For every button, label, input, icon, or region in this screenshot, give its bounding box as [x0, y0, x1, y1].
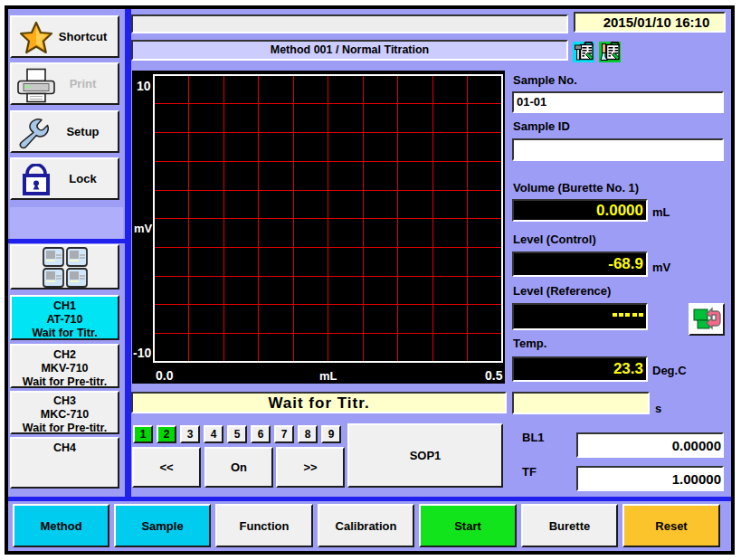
svg-text:-10: -10 — [133, 346, 151, 360]
svg-text:mL: mL — [319, 369, 337, 383]
svg-text:0.0: 0.0 — [156, 368, 174, 383]
svg-text:mV: mV — [134, 222, 153, 235]
svg-text:10: 10 — [137, 79, 151, 93]
svg-text:0.5: 0.5 — [485, 368, 503, 383]
